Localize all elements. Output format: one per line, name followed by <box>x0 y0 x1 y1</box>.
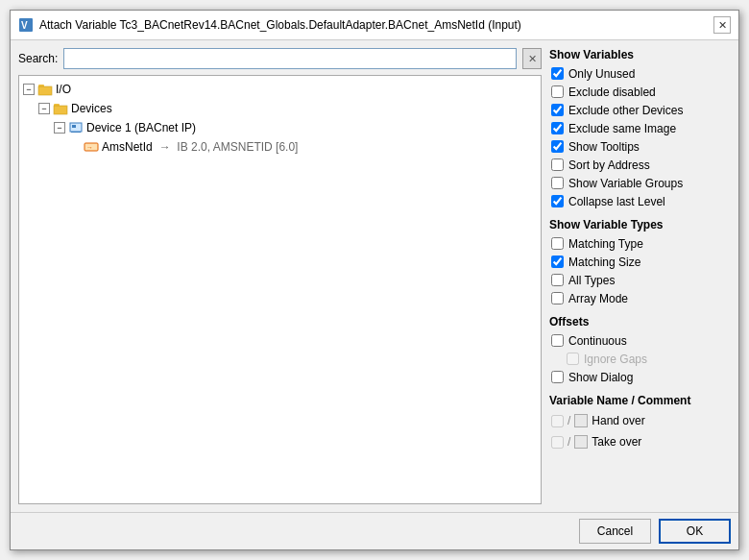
cb-row-exclude-other-devices: Exclude other Devices <box>549 101 731 119</box>
varname-label-takeover: Take over <box>592 435 641 449</box>
show-variable-types-title: Show Variable Types <box>549 218 731 231</box>
cb-label-exclude-disabled[interactable]: Exclude disabled <box>568 85 656 99</box>
svg-text:→: → <box>86 144 93 151</box>
cb-show-tooltips[interactable] <box>551 140 564 153</box>
cb-show-dialog[interactable] <box>551 371 564 383</box>
cb-continuous[interactable] <box>551 334 564 347</box>
title-bar-left: V Attach Variable Tc3_BACnetRev14.BACnet… <box>18 17 521 33</box>
tree-panel[interactable]: − I/O − <box>18 75 542 504</box>
dialog-window: V Attach Variable Tc3_BACnetRev14.BACnet… <box>10 10 739 550</box>
cb-varname-takeover[interactable] <box>551 436 564 449</box>
cb-label-ignore-gaps[interactable]: Ignore Gaps <box>584 353 647 366</box>
varname-label-handover: Hand over <box>592 414 644 427</box>
cb-label-array-mode[interactable]: Array Mode <box>568 292 628 305</box>
variable-name-comment-title: Variable Name / Comment <box>549 394 731 407</box>
tree-item-device1[interactable]: − Device 1 (BACnet IP) <box>23 118 537 137</box>
show-variables-title: Show Variables <box>549 48 731 61</box>
cb-matching-size[interactable] <box>551 256 564 268</box>
cb-row-continuous: Continuous <box>549 331 731 350</box>
ok-button[interactable]: OK <box>659 519 731 544</box>
cb-exclude-disabled[interactable] <box>551 85 564 98</box>
cb-label-exclude-other-devices[interactable]: Exclude other Devices <box>568 104 683 117</box>
cb-all-types[interactable] <box>551 274 564 286</box>
svg-rect-2 <box>38 86 52 95</box>
cb-label-collapse-last-level[interactable]: Collapse last Level <box>568 195 665 208</box>
varname-box-1 <box>574 414 588 427</box>
var-icon: → <box>84 139 99 155</box>
tree-item-device1-label: Device 1 (BACnet IP) <box>86 121 196 134</box>
tree-item-amsnetid[interactable]: → AmsNetId → IB 2.0, AMSNETID [6.0] <box>23 137 537 157</box>
cb-row-exclude-disabled: Exclude disabled <box>549 83 731 101</box>
cb-label-show-variable-groups[interactable]: Show Variable Groups <box>568 177 683 190</box>
dialog-icon: V <box>18 17 34 33</box>
title-bar: V Attach Variable Tc3_BACnetRev14.BACnet… <box>11 11 738 40</box>
search-input[interactable] <box>63 48 517 69</box>
cb-ignore-gaps[interactable] <box>567 353 579 365</box>
cb-label-sort-by-address[interactable]: Sort by Address <box>568 158 650 172</box>
svg-rect-10 <box>71 132 81 133</box>
cb-label-all-types[interactable]: All Types <box>568 274 615 287</box>
cb-row-array-mode: Array Mode <box>549 289 731 307</box>
cb-label-only-unused[interactable]: Only Unused <box>568 67 635 81</box>
cb-row-collapse-last-level: Collapse last Level <box>549 192 731 210</box>
cb-label-matching-size[interactable]: Matching Size <box>568 256 640 269</box>
folder-icon-io <box>37 82 53 97</box>
close-button[interactable]: ✕ <box>713 16 731 34</box>
cb-show-variable-groups[interactable] <box>551 177 564 189</box>
varname-slash-2: / <box>568 435 570 449</box>
varname-slash-1: / <box>568 414 570 427</box>
offsets-title: Offsets <box>549 315 731 329</box>
cb-exclude-same-image[interactable] <box>551 122 564 134</box>
cb-label-matching-type[interactable]: Matching Type <box>568 237 643 251</box>
offsets-section: Offsets Continuous Ignore Gaps Show Dial… <box>549 315 731 386</box>
show-variables-section: Show Variables Only Unused Exclude disab… <box>549 48 731 210</box>
cb-row-exclude-same-image: Exclude same Image <box>549 119 731 137</box>
show-variable-types-section: Show Variable Types Matching Type Matchi… <box>549 218 731 307</box>
device-icon <box>68 120 84 135</box>
cb-row-all-types: All Types <box>549 271 731 289</box>
folder-icon-devices <box>53 101 68 116</box>
tree-item-devices-label: Devices <box>71 102 112 115</box>
cb-exclude-other-devices[interactable] <box>551 104 564 116</box>
right-panel: Show Variables Only Unused Exclude disab… <box>549 48 731 504</box>
cb-array-mode[interactable] <box>551 292 564 304</box>
search-row: Search: ✕ <box>18 48 542 69</box>
svg-rect-9 <box>72 125 76 128</box>
cb-collapse-last-level[interactable] <box>551 195 564 207</box>
cb-row-show-variable-groups: Show Variable Groups <box>549 174 731 192</box>
cb-matching-type[interactable] <box>551 237 564 250</box>
svg-text:V: V <box>21 20 28 31</box>
tree-item-amsnetid-extra: → IB 2.0, AMSNETID [6.0] <box>159 140 299 154</box>
expander-io[interactable]: − <box>23 84 35 95</box>
expander-devices[interactable]: − <box>38 103 50 114</box>
variable-name-comment-section: Variable Name / Comment / Hand over / Ta… <box>549 394 731 452</box>
cb-label-exclude-same-image[interactable]: Exclude same Image <box>568 122 676 135</box>
cb-row-show-dialog: Show Dialog <box>549 368 731 386</box>
cb-row-sort-by-address: Sort by Address <box>549 156 731 174</box>
svg-rect-5 <box>54 106 67 114</box>
cb-row-ignore-gaps: Ignore Gaps <box>549 350 731 368</box>
expander-device1[interactable]: − <box>54 122 65 134</box>
tree-item-devices[interactable]: − Devices <box>23 99 537 118</box>
cb-row-matching-type: Matching Type <box>549 234 731 253</box>
tree-item-amsnetid-label: AmsNetId <box>102 140 153 154</box>
dialog-title: Attach Variable Tc3_BACnetRev14.BACnet_G… <box>39 18 521 32</box>
cb-label-continuous[interactable]: Continuous <box>568 334 627 348</box>
svg-rect-6 <box>54 104 60 107</box>
left-panel: Search: ✕ − I/O <box>18 48 542 504</box>
cb-label-show-dialog[interactable]: Show Dialog <box>568 371 633 384</box>
tree-item-io-label: I/O <box>56 83 71 96</box>
varname-row-handover: / Hand over <box>549 410 731 431</box>
search-clear-button[interactable]: ✕ <box>522 48 542 69</box>
cb-label-show-tooltips[interactable]: Show Tooltips <box>568 140 640 154</box>
bottom-bar: Cancel OK <box>11 512 738 549</box>
cb-row-show-tooltips: Show Tooltips <box>549 137 731 156</box>
cb-sort-by-address[interactable] <box>551 158 564 171</box>
varname-row-takeover: / Take over <box>549 431 731 452</box>
cb-row-matching-size: Matching Size <box>549 253 731 271</box>
search-label: Search: <box>18 52 58 65</box>
tree-item-io[interactable]: − I/O <box>23 80 537 99</box>
cb-only-unused[interactable] <box>551 67 564 80</box>
cancel-button[interactable]: Cancel <box>579 519 651 544</box>
cb-varname-handover[interactable] <box>551 415 564 427</box>
